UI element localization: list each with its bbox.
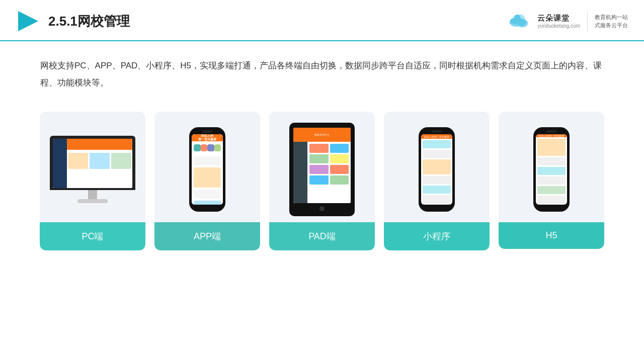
card-miniprogram-image-area: 职达人的第一堂兴趣课 — [384, 112, 490, 222]
card-pc: PC端 — [40, 112, 145, 250]
cloud-logo-icon — [506, 11, 534, 31]
play-icon — [16, 9, 40, 33]
phone-mockup-mini: 职达人的第一堂兴趣课 — [419, 127, 455, 212]
card-pc-image-area — [40, 112, 145, 222]
tablet-mockup: 网校管理平台 — [289, 123, 355, 216]
svg-point-9 — [517, 19, 526, 26]
card-app: 职达人的第一堂兴趣课 — [154, 112, 260, 250]
logo-area: 云朵课堂 yunduoketang.com 教育机构一站 式服务云平台 — [506, 11, 628, 31]
card-pad: 网校管理平台 — [269, 112, 375, 250]
description-text: 网校支持PC、APP、PAD、小程序、H5，实现多端打通，产品各终端自由切换，数… — [0, 41, 644, 97]
header-left: 2.5.1网校管理 — [16, 9, 130, 33]
phone-mockup-h5: 职达人的第一堂兴趣课 — [533, 127, 570, 212]
phone-mockup-app: 职达人的第一堂兴趣课 — [189, 127, 225, 212]
card-miniprogram-label: 小程序 — [384, 222, 490, 250]
card-h5: 职达人的第一堂兴趣课 H5 — [499, 112, 604, 249]
card-app-label: APP端 — [154, 222, 260, 250]
card-miniprogram: 职达人的第一堂兴趣课 小程序 — [384, 112, 490, 250]
logo-divider — [587, 11, 588, 31]
card-h5-label: H5 — [499, 222, 604, 249]
card-pc-label: PC端 — [40, 222, 145, 250]
monitor-mockup — [50, 136, 135, 203]
svg-marker-0 — [18, 11, 38, 31]
logo-text-block: 云朵课堂 yunduoketang.com — [537, 14, 580, 29]
header: 2.5.1网校管理 云朵课堂 yunduoketang.com 教育机构一站 式… — [0, 0, 644, 41]
card-pad-image-area: 网校管理平台 — [269, 112, 375, 222]
card-pad-label: PAD端 — [269, 222, 375, 250]
card-h5-image-area: 职达人的第一堂兴趣课 — [499, 112, 604, 222]
logo-slogan: 教育机构一站 式服务云平台 — [595, 13, 628, 30]
logo-brand: 云朵课堂 — [537, 14, 570, 23]
card-app-image-area: 职达人的第一堂兴趣课 — [154, 112, 260, 222]
page-title: 2.5.1网校管理 — [48, 13, 130, 30]
cards-container: PC端 职达人的第一堂兴趣课 — [0, 97, 644, 265]
logo-url: yunduoketang.com — [537, 23, 580, 29]
